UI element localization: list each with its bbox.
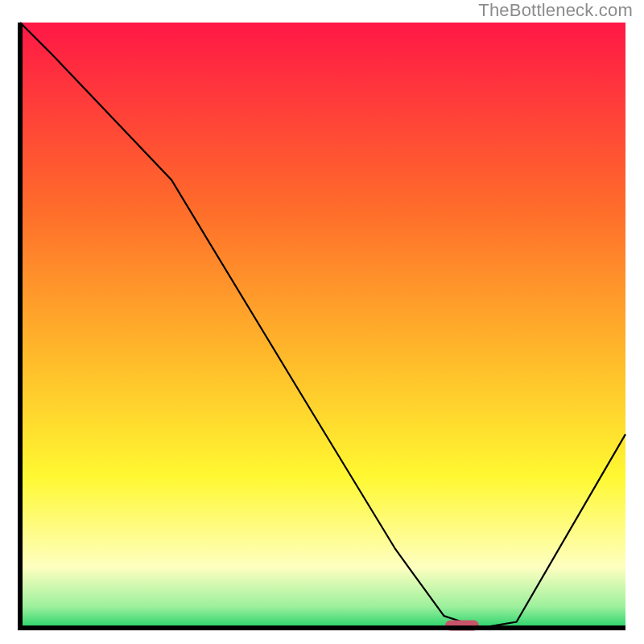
chart-background [20,23,625,628]
bottleneck-chart [0,0,644,644]
watermark-text: TheBottleneck.com [478,0,633,21]
chart-container: TheBottleneck.com [0,0,644,644]
